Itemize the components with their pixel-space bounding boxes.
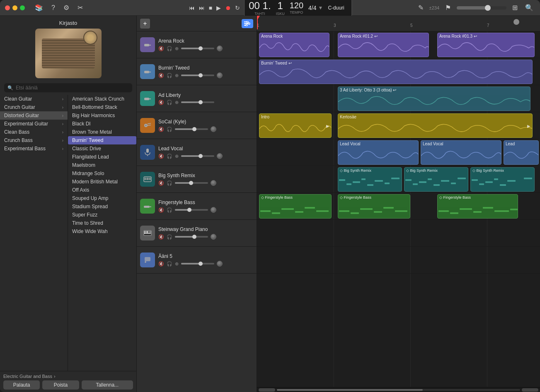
play-button[interactable]: ▶	[216, 4, 222, 12]
clip-lead-vocal-1[interactable]: Lead Vocal	[338, 140, 419, 165]
track-row-arena-rock[interactable]: Arena Rock 🔇 🎧 ⊕	[137, 31, 257, 58]
library-category-crunch-guitar[interactable]: Crunch Guitar ›	[0, 103, 68, 111]
key-display[interactable]: C-duuri	[328, 5, 344, 11]
clip-fingerstyle-1[interactable]: ◇ Fingerstyle Bass	[259, 194, 332, 219]
track-row-burnin-tweed[interactable]: Burnin' Tweed 🔇 🎧 ⊕	[137, 58, 257, 85]
library-icon[interactable]: 📚	[33, 3, 45, 12]
clip-arena-rock-3[interactable]: Arena Rock #01.3 ↩	[437, 33, 535, 57]
record-button[interactable]: ⏺	[224, 4, 232, 12]
pencil-icon[interactable]: ✎	[417, 3, 425, 12]
master-volume-slider[interactable]	[457, 6, 506, 10]
position-marker[interactable]	[513, 19, 519, 25]
track-volume-slider-socal[interactable]	[175, 128, 208, 130]
metronome-icon[interactable]: ⚑	[443, 3, 453, 12]
tallenna-button[interactable]: Tallenna...	[82, 380, 133, 390]
track-row-socal[interactable]: SoCal (Kyle) 🔇 🎧	[137, 112, 257, 139]
preset-stadium-spread[interactable]: Stadium Spread	[68, 202, 136, 211]
clip-arena-rock-1[interactable]: Arena Rock	[259, 33, 329, 57]
track-row-lead-vocal[interactable]: Lead Vocal 🔇 🎧 ⊕	[137, 139, 257, 166]
bpm-display[interactable]: 120 TEMPO	[290, 1, 303, 14]
headphone-icon[interactable]: 🎧	[167, 46, 172, 51]
mute-icon[interactable]: 🔇	[158, 207, 164, 213]
track-row-steinway[interactable]: Steinway Grand Piano 🔇 🎧	[137, 220, 257, 247]
preset-black-di[interactable]: Black DI	[68, 120, 136, 128]
clip-kertosae[interactable]: Kertosäe ▶	[338, 113, 533, 138]
preset-american-stack-crunch[interactable]: American Stack Crunch	[68, 95, 136, 103]
track-row-aani-5[interactable]: Ääni 5 🔇 🎧 ⊕	[137, 247, 257, 274]
library-category-crunch-bass[interactable]: Crunch Bass ›	[0, 136, 68, 144]
skip-forward-button[interactable]: ⏭	[198, 4, 206, 12]
stop-button[interactable]: ■	[208, 4, 213, 12]
headphone-icon[interactable]: 🎧	[167, 154, 172, 159]
clip-arena-rock-2[interactable]: Arena Rock #01.2 ↩	[338, 33, 429, 57]
preset-flangilated-lead[interactable]: Flangilated Lead	[68, 153, 136, 161]
mute-icon[interactable]: 🔇	[158, 261, 164, 267]
record-arm-icon[interactable]: ⊕	[175, 261, 179, 267]
preset-midrange-solo[interactable]: Midrange Solo	[68, 169, 136, 178]
track-pan-knob-lead-vocal[interactable]	[217, 153, 223, 159]
search-icon[interactable]: 🔍	[523, 3, 535, 12]
clip-fingerstyle-2[interactable]: ◇ Fingerstyle Bass	[338, 194, 410, 219]
preset-modern-british-metal[interactable]: Modern British Metal	[68, 178, 136, 186]
track-volume-slider-ad-liberty[interactable]	[181, 101, 214, 103]
clip-lead-vocal-3[interactable]: Lead	[504, 140, 539, 165]
preset-souped-up-amp[interactable]: Souped Up Amp	[68, 194, 136, 202]
record-arm-icon[interactable]: ⊕	[175, 46, 179, 51]
track-row-big-synth[interactable]: Big Synth Remix 🔇 🎧	[137, 166, 257, 193]
mute-icon[interactable]: 🔇	[158, 127, 164, 132]
headphone-icon[interactable]: 🎧	[167, 207, 172, 213]
minimize-button[interactable]	[12, 5, 17, 10]
scroll-track[interactable]	[277, 389, 520, 391]
library-category-distorted-guitar[interactable]: Distorted Guitar ›	[0, 111, 68, 120]
search-input[interactable]	[16, 85, 129, 91]
track-volume-slider-steinway[interactable]	[175, 236, 208, 238]
clip-big-synth-3[interactable]: ◇ Big Synth Remix	[470, 167, 535, 192]
library-category-clean-bass[interactable]: Clean Bass ›	[0, 128, 68, 136]
track-volume-slider-fingerstyle-bass[interactable]	[175, 209, 208, 211]
headphone-icon[interactable]: 🎧	[167, 73, 172, 78]
mute-icon[interactable]: 🔇	[158, 100, 164, 105]
track-pan-knob-burnin-tweed[interactable]	[217, 72, 223, 78]
clip-big-synth-1[interactable]: ◇ Big Synth Remix	[338, 167, 402, 192]
preset-classic-drive[interactable]: Classic Drive	[68, 144, 136, 153]
preset-big-hair-harmonics[interactable]: Big Hair Harmonics	[68, 111, 136, 120]
fullscreen-icon[interactable]: ⊞	[511, 3, 519, 12]
scroll-right-btn[interactable]	[522, 388, 538, 392]
library-category-experimental-bass[interactable]: Experimental Bass ›	[0, 144, 68, 153]
headphone-icon[interactable]: 🎧	[167, 261, 172, 267]
time-sig-display[interactable]: 4/4 ▼	[308, 5, 323, 11]
preset-super-fuzz[interactable]: Super Fuzz	[68, 211, 136, 219]
mute-icon[interactable]: 🔇	[158, 234, 164, 240]
preset-burnin-tweed[interactable]: Burnin' Tweed	[68, 136, 136, 144]
poista-button[interactable]: Poista	[42, 380, 79, 390]
track-pan-knob-steinway[interactable]	[211, 234, 216, 240]
track-pan-knob-socal[interactable]	[211, 126, 216, 132]
scissors-icon[interactable]: ✂	[76, 3, 85, 12]
library-category-experimental-guitar[interactable]: Experimental Guitar ›	[0, 120, 68, 128]
track-row-ad-liberty[interactable]: Ad Liberty 🔇 🎧 ⊕	[137, 85, 257, 112]
mute-icon[interactable]: 🔇	[158, 154, 164, 159]
preset-wide-wide-wah[interactable]: Wide Wide Wah	[68, 227, 136, 236]
close-button[interactable]	[5, 5, 10, 10]
track-volume-slider-big-synth[interactable]	[175, 182, 208, 184]
palauta-button[interactable]: Palauta	[3, 380, 40, 390]
preset-brown-tone-metal[interactable]: Brown Tone Metal	[68, 128, 136, 136]
scroll-left-btn[interactable]	[259, 388, 275, 392]
record-arm-icon[interactable]: ⊕	[175, 73, 179, 78]
preset-off-axis[interactable]: Off Axis	[68, 186, 136, 194]
track-pan-knob-arena-rock[interactable]	[217, 46, 223, 51]
headphone-icon[interactable]: 🎧	[167, 127, 172, 132]
mute-icon[interactable]: 🔇	[158, 46, 164, 51]
track-volume-slider-lead-vocal[interactable]	[181, 155, 214, 157]
track-pan-knob-fingerstyle-bass[interactable]	[211, 207, 216, 213]
go-to-beginning-button[interactable]: ⏮	[188, 4, 196, 12]
scroll-thumb[interactable]	[277, 389, 423, 391]
track-row-fingerstyle-bass[interactable]: Fingerstyle Bass 🔇 🎧	[137, 193, 257, 220]
preset-bell-bottomed-stack[interactable]: Bell-Bottomed Stack	[68, 103, 136, 111]
clip-lead-vocal-2[interactable]: Lead Vocal	[421, 140, 501, 165]
clip-fingerstyle-3[interactable]: ◇ Fingerstyle Bass	[437, 194, 518, 219]
headphone-icon[interactable]: 🎧	[167, 100, 172, 105]
preset-maelstrom[interactable]: Maelstrom	[68, 161, 136, 169]
record-arm-icon[interactable]: ⊕	[175, 100, 179, 105]
mute-icon[interactable]: 🔇	[158, 73, 164, 78]
